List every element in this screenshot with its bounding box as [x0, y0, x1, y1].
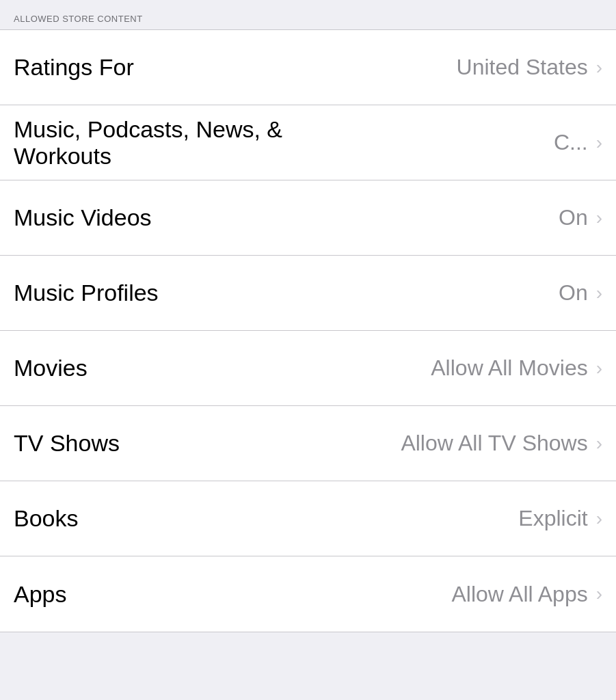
row-right-movies: Allow All Movies›: [88, 355, 602, 381]
chevron-icon-ratings-for: ›: [596, 58, 602, 77]
row-right-books: Explicit›: [79, 506, 603, 531]
value-music-podcasts: C...: [554, 130, 588, 155]
value-books: Explicit: [518, 506, 587, 531]
row-right-music-profiles: On›: [159, 280, 602, 306]
settings-row-movies[interactable]: MoviesAllow All Movies›: [0, 331, 616, 406]
label-music-profiles: Music Profiles: [14, 280, 159, 306]
value-apps: Allow All Apps: [451, 582, 587, 607]
chevron-icon-music-videos: ›: [596, 208, 602, 228]
section-title: ALLOWED STORE CONTENT: [0, 0, 616, 29]
row-right-tv-shows: Allow All TV Shows›: [120, 431, 602, 456]
label-tv-shows: TV Shows: [14, 430, 120, 457]
label-apps: Apps: [14, 581, 67, 608]
settings-row-music-podcasts[interactable]: Music, Podcasts, News, & WorkoutsC...›: [0, 105, 616, 180]
chevron-icon-books: ›: [596, 509, 602, 528]
label-ratings-for: Ratings For: [14, 54, 134, 81]
label-music-videos: Music Videos: [14, 204, 152, 231]
row-right-music-videos: On›: [152, 205, 602, 230]
row-right-ratings-for: United States›: [134, 55, 602, 80]
value-ratings-for: United States: [457, 55, 588, 80]
chevron-icon-movies: ›: [596, 359, 602, 378]
chevron-icon-music-profiles: ›: [596, 284, 602, 303]
settings-row-music-profiles[interactable]: Music ProfilesOn›: [0, 256, 616, 331]
settings-row-music-videos[interactable]: Music VideosOn›: [0, 180, 616, 256]
value-tv-shows: Allow All TV Shows: [401, 431, 587, 456]
value-music-profiles: On: [559, 280, 588, 306]
value-movies: Allow All Movies: [431, 355, 587, 381]
chevron-icon-tv-shows: ›: [596, 434, 602, 453]
row-right-music-podcasts: C...›: [338, 130, 602, 155]
settings-row-tv-shows[interactable]: TV ShowsAllow All TV Shows›: [0, 406, 616, 481]
section-header: ALLOWED STORE CONTENT: [0, 0, 616, 29]
row-right-apps: Allow All Apps›: [67, 582, 603, 607]
value-music-videos: On: [559, 205, 588, 230]
label-movies: Movies: [14, 355, 88, 381]
settings-row-apps[interactable]: AppsAllow All Apps›: [0, 556, 616, 632]
settings-group: Ratings ForUnited States›Music, Podcasts…: [0, 29, 616, 632]
settings-row-ratings-for[interactable]: Ratings ForUnited States›: [0, 30, 616, 105]
label-books: Books: [14, 505, 79, 532]
chevron-icon-music-podcasts: ›: [596, 133, 602, 152]
label-music-podcasts: Music, Podcasts, News, & Workouts: [14, 116, 338, 170]
settings-row-books[interactable]: BooksExplicit›: [0, 481, 616, 556]
chevron-icon-apps: ›: [596, 584, 602, 604]
